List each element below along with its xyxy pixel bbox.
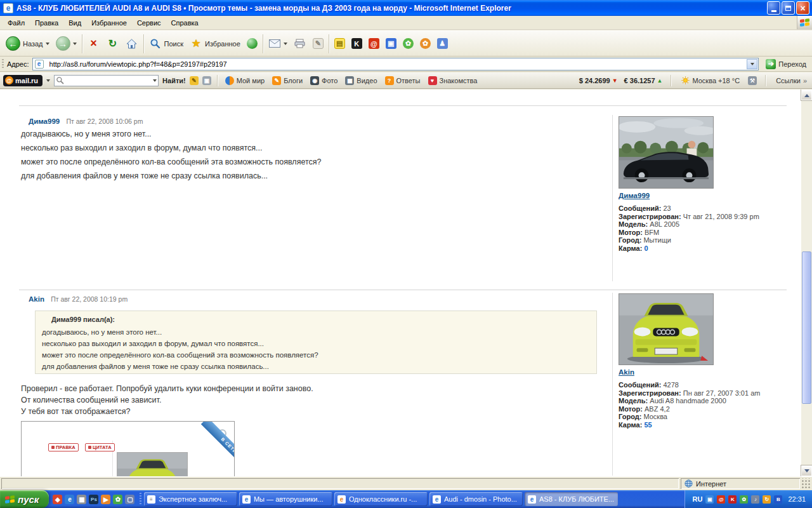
task-button[interactable]: e Audi - dmosin - Photo... bbox=[429, 492, 523, 506]
mailru-item-answers[interactable]: ? Ответы bbox=[383, 76, 422, 85]
photoshop-icon[interactable]: Ps bbox=[89, 495, 98, 504]
flame-icon[interactable]: ◆ bbox=[53, 495, 62, 504]
mailru-links-button[interactable]: Ссылки » bbox=[774, 77, 809, 84]
post-author-link[interactable]: Дима999 bbox=[29, 117, 60, 125]
back-dropdown-icon[interactable] bbox=[46, 43, 49, 45]
edit-button[interactable]: ✎ bbox=[310, 33, 327, 55]
chevron-down-icon[interactable] bbox=[153, 79, 157, 82]
task-button[interactable]: ≡ Экспертное заключ... bbox=[144, 492, 237, 506]
mailru-find-button[interactable]: Найти! bbox=[162, 77, 186, 84]
language-indicator[interactable]: RU bbox=[693, 495, 703, 503]
post-date: Пт авг 22, 2008 10:06 pm bbox=[66, 117, 143, 125]
profile-name-link[interactable]: Akin bbox=[619, 368, 634, 376]
flower-button[interactable]: ✿ bbox=[417, 33, 434, 55]
menu-favorites[interactable]: Избранное bbox=[86, 17, 132, 29]
weather-widget[interactable]: Москва +18 °C bbox=[679, 76, 742, 84]
forward-dropdown-icon[interactable] bbox=[73, 43, 77, 45]
chevron-up-icon bbox=[804, 91, 809, 97]
media-player-icon[interactable]: ▶ bbox=[101, 495, 110, 504]
scroll-up-button[interactable] bbox=[801, 90, 812, 100]
scroll-down-button[interactable] bbox=[801, 465, 812, 476]
go-arrow-icon: ➔ bbox=[766, 59, 776, 69]
messenger-icon[interactable]: ✿ bbox=[113, 495, 122, 504]
minimize-button[interactable] bbox=[767, 1, 780, 15]
mailru-logo[interactable]: @ mail.ru bbox=[3, 75, 43, 86]
maximize-button[interactable] bbox=[782, 1, 795, 15]
resize-grip[interactable] bbox=[802, 478, 811, 489]
user-avatar[interactable] bbox=[619, 293, 714, 365]
clock[interactable]: 22:31 bbox=[788, 495, 806, 503]
post-body-line: Проверил - все работает. Попробуй удалит… bbox=[21, 384, 313, 393]
back-button[interactable]: ← Назад bbox=[3, 33, 53, 55]
media-icon bbox=[247, 38, 258, 49]
mailru-item-dating[interactable]: ♥ Знакомства bbox=[426, 76, 480, 85]
favorites-button[interactable]: ★ Избранное bbox=[187, 33, 244, 55]
agent-button[interactable]: @ bbox=[365, 33, 383, 55]
update-icon[interactable]: ↻ bbox=[763, 495, 771, 504]
stop-button[interactable]: × bbox=[84, 33, 103, 55]
mail-icon bbox=[268, 37, 281, 50]
forward-button[interactable]: → bbox=[53, 33, 80, 55]
mailru-item-label: Блоги bbox=[284, 77, 303, 84]
close-button[interactable]: × bbox=[796, 1, 809, 15]
k-app-button[interactable]: K bbox=[348, 33, 365, 55]
go-button[interactable]: ➔ Переход bbox=[762, 58, 810, 70]
pencil-icon[interactable]: ✎ bbox=[190, 76, 199, 85]
toolbar-grip[interactable] bbox=[2, 59, 4, 69]
contacts-button[interactable]: ♟ bbox=[434, 33, 451, 55]
menu-edit[interactable]: Правка bbox=[30, 17, 63, 29]
network-icon[interactable]: ▣ bbox=[705, 495, 714, 504]
post-author-link[interactable]: Akin bbox=[29, 295, 44, 303]
scrollbar-thumb[interactable] bbox=[802, 251, 811, 404]
tools-icon[interactable]: ⚒ bbox=[748, 76, 757, 85]
heart-icon: ♥ bbox=[428, 76, 437, 85]
mailru-toolbar: @ mail.ru Найти! ✎ ▣ Мой мир ✎ Блоги ◉ Ф… bbox=[0, 72, 812, 89]
icq-button[interactable]: ✿ bbox=[400, 33, 417, 55]
mailru-dropdown-icon[interactable] bbox=[46, 79, 50, 82]
notes-button[interactable]: ▤ bbox=[331, 33, 348, 55]
antivirus-icon[interactable]: K bbox=[728, 495, 737, 504]
rate-down-icon: ▼ bbox=[612, 77, 618, 84]
print-button[interactable] bbox=[291, 33, 310, 55]
note-icon: ▤ bbox=[334, 38, 345, 49]
search-button[interactable]: Поиск bbox=[146, 33, 187, 55]
show-desktop-icon[interactable]: ▢ bbox=[125, 495, 134, 504]
menu-bar: Файл Правка Вид Избранное Сервис Справка bbox=[0, 16, 812, 30]
messenger-icon[interactable]: ✿ bbox=[740, 495, 748, 504]
screenshot-camera-icon[interactable]: ▣ bbox=[202, 76, 211, 85]
address-dropdown-button[interactable] bbox=[747, 59, 757, 69]
task-button[interactable]: e Одноклассники.ru -... bbox=[334, 492, 428, 506]
menu-tools[interactable]: Сервис bbox=[132, 17, 166, 29]
start-button[interactable]: пуск bbox=[0, 490, 49, 508]
book-button[interactable]: ▣ bbox=[383, 33, 400, 55]
bluetooth-icon[interactable]: B bbox=[774, 495, 782, 504]
menu-view[interactable]: Вид bbox=[63, 17, 86, 29]
home-button[interactable] bbox=[122, 33, 141, 55]
favorites-label: Избранное bbox=[205, 40, 240, 48]
profile-name-link[interactable]: Дима999 bbox=[619, 192, 650, 199]
ie-icon[interactable]: e bbox=[65, 495, 74, 504]
mail-dropdown-icon[interactable] bbox=[284, 43, 287, 45]
photos-icon[interactable]: ▦ bbox=[77, 495, 86, 504]
task-button-active[interactable]: e AS8 - КЛУБ ЛЮБИТЕ... bbox=[525, 492, 618, 506]
mailru-item-moymir[interactable]: Мой мир bbox=[223, 76, 266, 85]
menu-file[interactable]: Файл bbox=[3, 17, 30, 29]
eur-rate-value: € 36.1257 bbox=[624, 77, 655, 84]
mail-button[interactable] bbox=[265, 33, 291, 55]
mailru-item-photo[interactable]: ◉ Фото bbox=[308, 76, 339, 85]
menu-help[interactable]: Справка bbox=[166, 17, 204, 29]
mailru-item-video[interactable]: ▦ Видео bbox=[343, 76, 379, 85]
mailru-search-input[interactable] bbox=[54, 75, 159, 86]
quote-box: Дима999 писал(а): догадываюсь, но у меня… bbox=[35, 311, 597, 374]
user-avatar[interactable] bbox=[619, 116, 714, 189]
mailru-item-blogs[interactable]: ✎ Блоги bbox=[270, 76, 304, 85]
post-body-line: У тебя вот так отображается? bbox=[21, 407, 130, 416]
volume-icon[interactable]: ♪ bbox=[751, 495, 759, 504]
media-button[interactable] bbox=[244, 33, 261, 55]
window-titlebar: e AS8 - КЛУБ ЛЮБИТЕЛЕЙ AUDI A8 и AUDI S8… bbox=[0, 0, 812, 16]
refresh-button[interactable]: ↻ bbox=[103, 33, 122, 55]
address-input[interactable]: e http://as8.ru/forum/viewtopic.php?f=48… bbox=[32, 58, 759, 70]
agent-icon[interactable]: @ bbox=[717, 495, 725, 504]
vertical-scrollbar[interactable] bbox=[801, 90, 812, 476]
task-button[interactable]: e Мы — авторушники... bbox=[239, 492, 332, 506]
